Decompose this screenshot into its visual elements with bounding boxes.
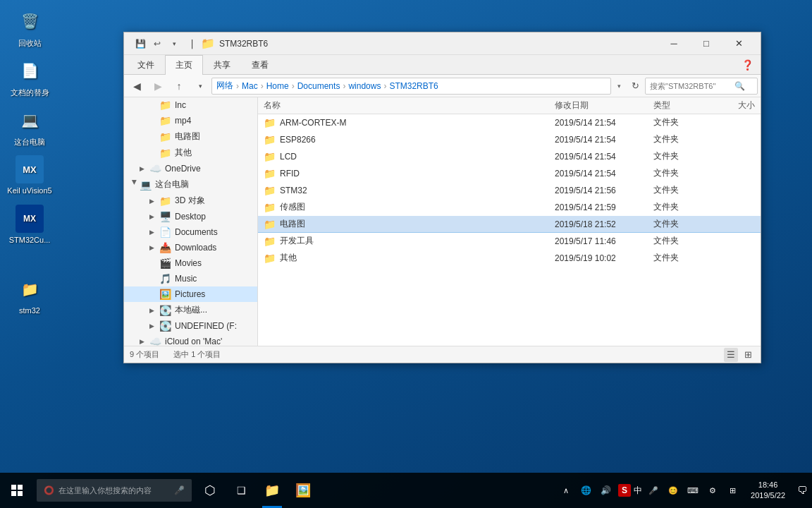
file-name-cell: 📁 开发工具 bbox=[258, 235, 549, 247]
status-bar: 9 个项目 选中 1 个项目 ☰ ⊞ bbox=[124, 346, 761, 363]
refresh-button[interactable]: ↻ bbox=[627, 78, 644, 95]
tray-mic2-icon[interactable]: 🎤 bbox=[644, 473, 663, 508]
tray-settings-icon[interactable]: ⚙ bbox=[703, 473, 722, 508]
taskbar-mic-icon[interactable]: 🎤 bbox=[174, 485, 185, 495]
file-explorer-window: 💾 ↩ ▾ │ 📁 STM32RBT6 ─ □ ✕ 文件 主页 共享 查看 ❓ … bbox=[123, 32, 761, 363]
ime-s-indicator[interactable]: S bbox=[618, 484, 631, 497]
sidebar-arrow-onedrive: ▶ bbox=[140, 165, 149, 172]
sidebar-item-movies[interactable]: 🎬 Movies bbox=[124, 255, 257, 271]
table-row[interactable]: 📁 传感图 2019/5/14 21:59 文件夹 bbox=[258, 199, 761, 216]
sidebar-item-music[interactable]: 🎵 Music bbox=[124, 271, 257, 286]
ime-zh-indicator[interactable]: 中 bbox=[632, 485, 644, 497]
close-button[interactable]: ✕ bbox=[722, 32, 755, 55]
sidebar-item-dianlu[interactable]: 📁 电路图 bbox=[124, 128, 257, 145]
tray-emoji-icon[interactable]: 😊 bbox=[663, 473, 683, 508]
breadcrumb-network[interactable]: 网络 bbox=[216, 80, 233, 92]
tray-grid-icon[interactable]: ⊞ bbox=[722, 473, 742, 508]
taskbar-app-cortana[interactable]: ⬡ bbox=[195, 473, 226, 508]
tab-home[interactable]: 主页 bbox=[165, 55, 203, 75]
documents-icon: 📄 bbox=[16, 56, 44, 85]
desktop-icon-keil[interactable]: MX Keil uVision5 bbox=[7, 155, 52, 195]
sidebar-label-desktop: Desktop bbox=[175, 212, 206, 222]
taskbar-app-photos[interactable]: 🖼️ bbox=[288, 473, 319, 508]
sidebar-item-undefined-f[interactable]: ▶ 💽 UNDEFINED (F: bbox=[124, 318, 257, 334]
breadcrumb-stm32[interactable]: STM32RBT6 bbox=[389, 81, 438, 91]
column-date[interactable]: 修改日期 bbox=[549, 99, 648, 111]
desktop-icon-recycle[interactable]: 🗑️ 回收站 bbox=[7, 7, 52, 49]
table-row[interactable]: 📁 RFID 2019/5/14 21:54 文件夹 bbox=[258, 165, 761, 182]
tray-expand-button[interactable]: ∧ bbox=[556, 473, 576, 508]
computer-icon: 💻 bbox=[16, 106, 44, 134]
sidebar-item-local-disk[interactable]: ▶ 💽 本地磁... bbox=[124, 302, 257, 318]
desktop-icon-stm32[interactable]: 📁 stm32 bbox=[7, 275, 52, 315]
column-type[interactable]: 类型 bbox=[648, 99, 704, 111]
sidebar-item-documents[interactable]: ▶ 📄 Documents bbox=[124, 224, 257, 240]
quick-dropdown-btn[interactable]: ▾ bbox=[166, 36, 182, 52]
ribbon: 文件 主页 共享 查看 ❓ bbox=[124, 55, 761, 75]
desktop-icon-stm32cu[interactable]: MX STM32Cu... bbox=[7, 205, 52, 244]
breadcrumb-mac[interactable]: Mac bbox=[242, 81, 258, 91]
folder-icon: 📁 bbox=[264, 236, 276, 247]
tab-share[interactable]: 共享 bbox=[203, 55, 241, 75]
sidebar-item-qita-sub[interactable]: 📁 其他 bbox=[124, 145, 257, 161]
table-row[interactable]: 📁 电路图 2019/5/18 21:52 文件夹 bbox=[258, 216, 761, 233]
tray-volume-icon[interactable]: 🔊 bbox=[596, 473, 615, 508]
breadcrumb-documents[interactable]: Documents bbox=[297, 81, 340, 91]
breadcrumb-windows[interactable]: windows bbox=[348, 81, 381, 91]
view-large-icons-button[interactable]: ⊞ bbox=[741, 348, 755, 362]
sidebar-item-desktop[interactable]: ▶ 🖥️ Desktop bbox=[124, 209, 257, 224]
ribbon-tabs: 文件 主页 共享 查看 ❓ bbox=[124, 55, 761, 74]
sidebar-folder-icon: 📁 bbox=[159, 115, 172, 126]
taskbar-search[interactable]: ⭕ 🎤 bbox=[37, 479, 192, 502]
sidebar-item-downloads[interactable]: ▶ 📥 Downloads bbox=[124, 240, 257, 255]
start-button[interactable] bbox=[0, 473, 34, 508]
maximize-button[interactable]: □ bbox=[690, 32, 722, 55]
breadcrumb[interactable]: 网络 › Mac › Home › Documents › windows › … bbox=[211, 78, 611, 95]
table-row[interactable]: 📁 开发工具 2019/5/17 11:46 文件夹 bbox=[258, 233, 761, 250]
column-size[interactable]: 大小 bbox=[704, 99, 761, 111]
notification-center-button[interactable]: 🗨 bbox=[792, 473, 812, 508]
sidebar-label-qita: 其他 bbox=[175, 147, 192, 159]
table-row[interactable]: 📁 ESP8266 2019/5/14 21:54 文件夹 bbox=[258, 131, 761, 148]
quick-undo-btn[interactable]: ↩ bbox=[149, 36, 165, 52]
tray-network-icon[interactable]: 🌐 bbox=[576, 473, 596, 508]
ime-area[interactable]: S 中 🎤 😊 ⌨ ⚙ ⊞ bbox=[615, 473, 744, 508]
table-row[interactable]: 📁 ARM-CORTEX-M 2019/5/14 21:54 文件夹 bbox=[258, 114, 761, 131]
sidebar-item-onedrive[interactable]: ▶ ☁️ OneDrive bbox=[124, 161, 257, 176]
sidebar-label-mp4: mp4 bbox=[175, 116, 191, 126]
sidebar-item-pictures[interactable]: 🖼️ Pictures bbox=[124, 286, 257, 302]
back-button[interactable]: ◀ bbox=[127, 76, 147, 96]
address-dropdown-button[interactable]: ▾ bbox=[613, 78, 625, 95]
tab-file[interactable]: 文件 bbox=[127, 55, 165, 75]
desktop-icon-documents[interactable]: 📄 文档的替身 bbox=[7, 56, 52, 98]
sidebar-item-icloud[interactable]: ▶ ☁️ iCloud on 'Mac' bbox=[124, 334, 257, 346]
taskbar-app-explorer[interactable]: 📁 bbox=[257, 473, 288, 508]
search-box[interactable]: 🔍 bbox=[645, 78, 758, 95]
recent-locations-button[interactable]: ▾ bbox=[190, 76, 210, 96]
minimize-button[interactable]: ─ bbox=[658, 32, 690, 55]
up-button[interactable]: ↑ bbox=[169, 76, 189, 96]
help-button[interactable]: ❓ bbox=[737, 55, 758, 74]
computer-icon: 💻 bbox=[140, 179, 152, 190]
table-row[interactable]: 📁 其他 2019/5/19 10:02 文件夹 bbox=[258, 250, 761, 267]
taskbar-search-input[interactable] bbox=[59, 486, 171, 495]
search-icon[interactable]: 🔍 bbox=[734, 81, 745, 91]
sidebar-item-this-pc[interactable]: ▶ 💻 这台电脑 bbox=[124, 176, 257, 193]
search-input[interactable] bbox=[650, 82, 734, 90]
taskbar-app-taskview[interactable]: ❑ bbox=[226, 473, 257, 508]
sidebar-item-mp4[interactable]: 📁 mp4 bbox=[124, 113, 257, 128]
sidebar-item-inc[interactable]: 📁 Inc bbox=[124, 97, 257, 113]
taskbar-clock[interactable]: 18:46 2019/5/22 bbox=[744, 473, 792, 508]
tab-view[interactable]: 查看 bbox=[241, 55, 279, 75]
table-row[interactable]: 📁 STM32 2019/5/14 21:56 文件夹 bbox=[258, 182, 761, 199]
view-details-button[interactable]: ☰ bbox=[724, 348, 738, 362]
desktop-icon-computer[interactable]: 💻 这台电脑 bbox=[7, 106, 52, 147]
breadcrumb-home[interactable]: Home bbox=[266, 81, 289, 91]
sidebar-item-3d[interactable]: ▶ 📁 3D 对象 bbox=[124, 193, 257, 209]
quick-save-btn[interactable]: 💾 bbox=[133, 36, 148, 52]
forward-button[interactable]: ▶ bbox=[148, 76, 168, 96]
file-name-cell: 📁 RFID bbox=[258, 168, 549, 179]
table-row[interactable]: 📁 LCD 2019/5/14 21:54 文件夹 bbox=[258, 148, 761, 165]
column-name[interactable]: 名称 bbox=[258, 99, 549, 111]
tray-input-icon[interactable]: ⌨ bbox=[683, 473, 703, 508]
